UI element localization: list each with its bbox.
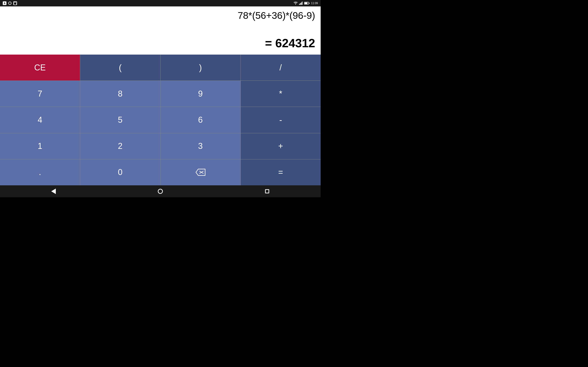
- multiply-button[interactable]: *: [241, 81, 321, 107]
- navigation-bar: [0, 185, 321, 197]
- status-bar: A 11:09: [0, 0, 321, 6]
- svg-rect-6: [302, 2, 303, 5]
- status-bar-right: 11:09: [294, 2, 318, 5]
- two-button-label: 2: [118, 141, 122, 151]
- calculator-display: 78*(56+36)*(96-9) = 624312: [0, 6, 321, 55]
- multiply-button-label: *: [279, 89, 282, 99]
- zero-button[interactable]: 0: [80, 159, 160, 185]
- sd-icon: [13, 1, 17, 5]
- battery-icon: [304, 2, 310, 5]
- three-button[interactable]: 3: [161, 133, 241, 159]
- status-bar-left: A: [3, 1, 17, 5]
- svg-rect-3: [299, 4, 300, 5]
- four-button[interactable]: 4: [0, 107, 80, 133]
- svg-rect-8: [304, 2, 307, 4]
- eight-button-label: 8: [118, 89, 122, 99]
- zero-button-label: 0: [118, 167, 122, 177]
- decimal-button[interactable]: .: [0, 159, 80, 185]
- backspace-icon: [195, 168, 206, 176]
- three-button-label: 3: [198, 141, 203, 151]
- home-icon: [158, 189, 163, 194]
- status-time: 11:09: [311, 2, 318, 5]
- result-display: = 624312: [265, 36, 315, 50]
- svg-rect-1: [15, 2, 15, 3]
- nine-button[interactable]: 9: [161, 81, 241, 107]
- svg-rect-4: [300, 3, 301, 5]
- app-a-icon: A: [3, 1, 6, 5]
- decimal-button-label: .: [39, 167, 41, 177]
- circle-status-icon: [8, 2, 11, 5]
- home-button[interactable]: [153, 187, 167, 195]
- svg-rect-5: [301, 2, 302, 5]
- signal-icon: [299, 2, 303, 5]
- wifi-icon: [294, 2, 298, 5]
- four-button-label: 4: [38, 115, 42, 125]
- one-button-label: 1: [38, 141, 42, 151]
- open-paren-button-label: (: [119, 63, 121, 73]
- six-button[interactable]: 6: [161, 107, 241, 133]
- back-icon: [51, 189, 56, 194]
- eight-button[interactable]: 8: [80, 81, 160, 107]
- five-button[interactable]: 5: [80, 107, 160, 133]
- svg-marker-10: [196, 169, 205, 175]
- plus-button[interactable]: +: [241, 133, 321, 159]
- seven-button-label: 7: [38, 89, 42, 99]
- recent-icon: [265, 189, 269, 193]
- keypad: CE()/789*456-123+.0 =: [0, 55, 321, 185]
- open-paren-button[interactable]: (: [80, 55, 160, 81]
- two-button[interactable]: 2: [80, 133, 160, 159]
- recent-button[interactable]: [260, 187, 274, 195]
- expression-display: 78*(56+36)*(96-9): [238, 10, 315, 21]
- svg-rect-9: [309, 3, 310, 4]
- divide-button[interactable]: /: [241, 55, 321, 81]
- divide-button-label: /: [279, 63, 282, 73]
- plus-button-label: +: [278, 141, 283, 151]
- clear-entry-button[interactable]: CE: [0, 55, 80, 81]
- minus-button-label: -: [279, 115, 282, 125]
- equals-button[interactable]: =: [241, 159, 321, 185]
- minus-button[interactable]: -: [241, 107, 321, 133]
- svg-rect-2: [15, 2, 16, 3]
- close-paren-button[interactable]: ): [161, 55, 241, 81]
- nine-button-label: 9: [198, 89, 203, 99]
- clear-entry-button-label: CE: [34, 63, 46, 73]
- close-paren-button-label: ): [199, 63, 202, 73]
- five-button-label: 5: [118, 115, 122, 125]
- six-button-label: 6: [198, 115, 203, 125]
- seven-button[interactable]: 7: [0, 81, 80, 107]
- one-button[interactable]: 1: [0, 133, 80, 159]
- back-button[interactable]: [47, 187, 61, 195]
- backspace-button[interactable]: [161, 159, 241, 185]
- equals-button-label: =: [278, 167, 283, 177]
